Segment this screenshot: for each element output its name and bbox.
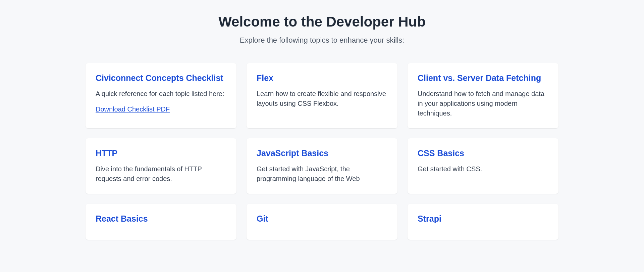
card-git: Git: [247, 204, 397, 240]
card-title-link[interactable]: CSS Basics: [418, 148, 548, 158]
card-grid: Civiconnect Concepts Checklist A quick r…: [86, 63, 558, 240]
card-title-link[interactable]: HTTP: [96, 148, 226, 158]
card-flex: Flex Learn how to create flexible and re…: [247, 63, 397, 128]
card-http: HTTP Dive into the fundamentals of HTTP …: [86, 138, 236, 194]
card-javascript-basics: JavaScript Basics Get started with JavaS…: [247, 138, 397, 194]
page-subtitle: Explore the following topics to enhance …: [23, 36, 621, 45]
card-title-link[interactable]: Git: [257, 214, 387, 224]
card-title-link[interactable]: React Basics: [96, 214, 226, 224]
card-description: Understand how to fetch and manage data …: [418, 89, 548, 118]
card-css-basics: CSS Basics Get started with CSS.: [408, 138, 558, 194]
card-description: Get started with JavaScript, the program…: [257, 164, 387, 184]
card-title-link[interactable]: Civiconnect Concepts Checklist: [96, 73, 226, 83]
card-strapi: Strapi: [408, 204, 558, 240]
card-description: Dive into the fundamentals of HTTP reque…: [96, 164, 226, 184]
download-checklist-link[interactable]: Download Checklist PDF: [96, 105, 170, 113]
card-title-link[interactable]: Flex: [257, 73, 387, 83]
card-react-basics: React Basics: [86, 204, 236, 240]
card-data-fetching: Client vs. Server Data Fetching Understa…: [408, 63, 558, 128]
card-title-link[interactable]: JavaScript Basics: [257, 148, 387, 158]
page-title: Welcome to the Developer Hub: [23, 14, 621, 30]
card-civiconnect-checklist: Civiconnect Concepts Checklist A quick r…: [86, 63, 236, 128]
page-container: Welcome to the Developer Hub Explore the…: [0, 0, 644, 272]
header: Welcome to the Developer Hub Explore the…: [23, 14, 621, 45]
card-description: Get started with CSS.: [418, 164, 548, 174]
card-title-link[interactable]: Client vs. Server Data Fetching: [418, 73, 548, 83]
card-description: Learn how to create flexible and respons…: [257, 89, 387, 108]
card-description: A quick reference for each topic listed …: [96, 89, 226, 99]
card-title-link[interactable]: Strapi: [418, 214, 548, 224]
